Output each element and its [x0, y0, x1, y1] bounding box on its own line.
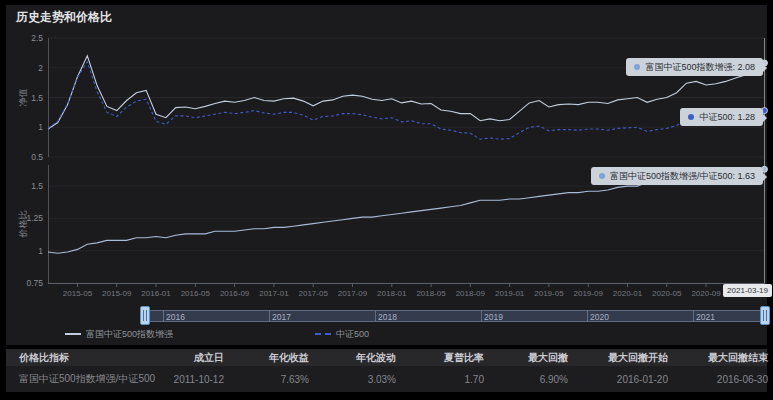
svg-text:2017-01: 2017-01 [259, 289, 289, 298]
svg-text:2019-09: 2019-09 [574, 289, 604, 298]
legend-label-fund: 富国中证500指数增强 [86, 328, 173, 341]
fund-analysis-panel: 历史走势和价格比 2.521.510.5净值1.51.2510.75价格比201… [0, 0, 773, 400]
stats-table-header: 价格比指标成立日年化收益年化波动夏普比率最大回撤最大回撤开始最大回撤结束 [6, 349, 767, 366]
table-cell-3: 3.03% [309, 374, 396, 385]
svg-text:2019-05: 2019-05 [534, 289, 564, 298]
table-cell-2: 7.63% [224, 374, 309, 385]
slider-year-divider [587, 311, 588, 321]
table-cell-1: 2011-10-12 [166, 374, 224, 385]
dashed-line-icon [315, 333, 331, 335]
svg-text:1.5: 1.5 [31, 93, 43, 103]
svg-text:2: 2 [38, 63, 43, 73]
svg-text:1: 1 [38, 122, 43, 132]
fund-series-dot-icon [634, 64, 640, 70]
table-header-2: 年化收益 [224, 351, 309, 365]
svg-text:净值: 净值 [18, 89, 28, 107]
svg-text:2018-01: 2018-01 [377, 289, 407, 298]
svg-text:2018-05: 2018-05 [416, 289, 446, 298]
table-header-1: 成立日 [166, 351, 224, 365]
svg-text:1.5: 1.5 [31, 181, 43, 191]
svg-text:2015-09: 2015-09 [102, 289, 132, 298]
svg-text:2020-05: 2020-05 [652, 289, 682, 298]
slider-year-label: 2016 [166, 312, 185, 322]
index-value-label: 中证500: 1.28 [699, 111, 755, 124]
svg-text:0.5: 0.5 [31, 152, 43, 162]
slider-year-divider [269, 311, 270, 321]
ratio-value-tooltip: 富国中证500指数增强/中证500: 1.63 [591, 167, 763, 185]
table-cell-4: 1.70 [396, 374, 484, 385]
legend-item-fund[interactable]: 富国中证500指数增强 [65, 327, 173, 341]
slider-year-divider [163, 311, 164, 321]
page-title: 历史走势和价格比 [16, 9, 112, 26]
svg-text:2017-05: 2017-05 [299, 289, 329, 298]
svg-text:2017-09: 2017-09 [338, 289, 368, 298]
svg-text:2016-05: 2016-05 [181, 289, 211, 298]
svg-text:2020-01: 2020-01 [613, 289, 643, 298]
datazoom-right-handle[interactable] [760, 306, 770, 325]
svg-text:1: 1 [38, 246, 43, 256]
chart-legend: 富国中证500指数增强 中证500 [0, 327, 773, 341]
svg-text:2018-09: 2018-09 [456, 289, 486, 298]
legend-item-index[interactable]: 中证500 [315, 327, 369, 341]
index-series-dot-icon [688, 114, 694, 120]
table-header-0: 价格比指标 [19, 351, 166, 365]
legend-label-index: 中证500 [336, 328, 369, 341]
slider-year-divider [481, 311, 482, 321]
fund-value-tooltip: 富国中证500指数增强: 2.08 [626, 58, 763, 76]
svg-text:1.25: 1.25 [26, 213, 43, 223]
table-header-4: 夏普比率 [396, 351, 484, 365]
index-value-tooltip: 中证500: 1.28 [680, 108, 763, 126]
stats-table-row: 富国中证500指数增强/中证5002011-10-127.63%3.03%1.7… [6, 366, 767, 392]
svg-text:2015-05: 2015-05 [63, 289, 93, 298]
table-header-5: 最大回撤 [484, 351, 568, 365]
table-cell-0[interactable]: 富国中证500指数增强/中证500 [19, 372, 166, 386]
table-header-6: 最大回撤开始 [568, 351, 668, 365]
fund-value-label: 富国中证500指数增强: 2.08 [645, 61, 755, 74]
svg-text:2019-01: 2019-01 [495, 289, 525, 298]
svg-text:2020-09: 2020-09 [691, 289, 721, 298]
table-cell-7: 2016-06-30 [668, 374, 768, 385]
table-header-3: 年化波动 [309, 351, 396, 365]
slider-year-label: 2019 [484, 312, 503, 322]
svg-text:2016-09: 2016-09 [220, 289, 250, 298]
svg-text:2.5: 2.5 [31, 33, 43, 43]
table-header-7: 最大回撤结束 [668, 351, 768, 365]
solid-line-icon [65, 333, 81, 335]
svg-text:价格比: 价格比 [18, 211, 28, 239]
ratio-series-dot-icon [599, 173, 605, 179]
slider-year-label: 2018 [378, 312, 397, 322]
datazoom-slider-track[interactable]: 201620172018201920202021 [145, 310, 765, 322]
svg-text:0.75: 0.75 [26, 278, 43, 288]
svg-text:2016-01: 2016-01 [141, 289, 171, 298]
table-cell-6: 2016-01-20 [568, 374, 668, 385]
slider-year-label: 2020 [590, 312, 609, 322]
slider-year-divider [375, 311, 376, 321]
chart-canvas[interactable]: 2.521.510.5净值1.51.2510.75价格比2015-052015-… [0, 0, 773, 305]
slider-year-label: 2021 [696, 312, 715, 322]
ratio-value-label: 富国中证500指数增强/中证500: 1.63 [610, 170, 755, 183]
x-axis-date-tooltip: 2021-03-19 [723, 284, 772, 297]
slider-year-label: 2017 [272, 312, 291, 322]
slider-year-divider [693, 311, 694, 321]
datazoom-left-handle[interactable] [140, 306, 150, 325]
table-cell-5: 6.90% [484, 374, 568, 385]
